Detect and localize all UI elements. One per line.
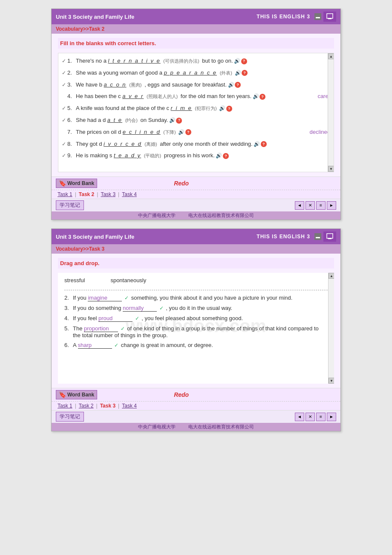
- check-3: ✓: [62, 81, 66, 89]
- redo-button-1[interactable]: Redo: [174, 180, 189, 187]
- tab-task4-2[interactable]: Task 4: [120, 403, 138, 409]
- minimize-button-2[interactable]: ▬: [314, 233, 321, 240]
- help-icon-3[interactable]: ?: [235, 82, 241, 88]
- check-icon-2: ✓: [124, 295, 129, 301]
- tab-task1-1[interactable]: Task 1: [56, 191, 74, 197]
- table-row: ✓ 7. The prices on oil d e c l i n e d (…: [62, 128, 330, 137]
- check-5: ✓: [62, 104, 66, 113]
- item-num-1: 1.: [67, 57, 76, 66]
- drag-blank-6[interactable]: sharp: [78, 342, 112, 349]
- blank-3: a c o n: [104, 81, 127, 88]
- task-label-2: Task 3: [89, 246, 104, 252]
- check-1: ✓: [62, 57, 66, 65]
- blank-2: p p e a r a n c e: [164, 69, 217, 76]
- tab-task2-2[interactable]: Task 2: [77, 403, 95, 409]
- drag-sentence-4: 4. If you feel proud ✓ , you feel please…: [64, 315, 328, 322]
- help-icon-2[interactable]: ?: [242, 70, 248, 76]
- drag-blank-2[interactable]: imagine: [88, 295, 122, 301]
- svg-rect-2: [327, 234, 333, 238]
- panel-icon-2: [323, 231, 336, 242]
- nav-forward-2[interactable]: ►: [327, 413, 336, 421]
- panel-2-bottom-bar: 中央广播电视大学 电大在线远程教育技术有限公司: [52, 423, 340, 431]
- table-row: ✓ 9. He is making s t e a d y (平稳的) prog…: [62, 151, 330, 160]
- item-num-6: 6.: [67, 116, 76, 125]
- help-icon-7[interactable]: ?: [185, 129, 191, 135]
- word-bank-icon-1: 🔖: [59, 180, 66, 187]
- nav-close-2[interactable]: ✕: [306, 413, 315, 421]
- word-bank-button-2[interactable]: 🔖 Word Bank: [56, 390, 97, 399]
- check-icon-3: ✓: [159, 305, 164, 311]
- tab-task3-1[interactable]: Task 3: [99, 191, 117, 197]
- hint-9: (平稳的): [144, 153, 161, 158]
- svg-rect-1: [328, 18, 331, 19]
- word-bank-icon-2: 🔖: [59, 391, 66, 398]
- help-icon-8[interactable]: ?: [261, 141, 267, 147]
- nav-back-1[interactable]: ◄: [295, 201, 304, 210]
- task-tabs-2: Task 1 | Task 2 | Task 3 | Task 4: [52, 401, 340, 410]
- item-num-5: 5.: [67, 104, 76, 113]
- nav-close-1[interactable]: ✕: [306, 201, 315, 210]
- tab-task3-2[interactable]: Task 3: [98, 403, 117, 409]
- panel-1-header-right: THIS IS ENGLISH 3: [257, 14, 310, 20]
- help-icon-5[interactable]: ?: [226, 106, 232, 112]
- item-num-9: 9.: [67, 151, 76, 160]
- drag-sentence-2: 2. If you imagine ✓ something, you think…: [64, 295, 328, 301]
- drag-blank-3[interactable]: normally: [123, 305, 157, 312]
- notes-button-2[interactable]: 学习笔记: [56, 412, 84, 422]
- check-6: ✓: [62, 116, 66, 124]
- speaker-icon-1[interactable]: 🔊: [234, 58, 240, 64]
- nav-menu-1[interactable]: ≡: [316, 201, 326, 210]
- drag-words-row: stressful spontaneously: [64, 277, 328, 283]
- table-row: ✓ 4. He has been the c a v e r (照顾老人的人) …: [62, 92, 330, 101]
- panel-1-toolbar: 🔖 Word Bank Redo: [52, 176, 340, 190]
- nav-back-2[interactable]: ◄: [295, 413, 304, 421]
- instruction-1: Fill in the blanks with correct letters.: [58, 38, 334, 49]
- speaker-icon-4[interactable]: 🔊: [253, 94, 259, 100]
- drag-word-stressful[interactable]: stressful: [64, 277, 85, 283]
- panel-1-footer: 学习笔记 ◄ ✕ ≡ ►: [52, 199, 340, 211]
- drag-word-spontaneously[interactable]: spontaneously: [110, 277, 146, 283]
- help-icon-9[interactable]: ?: [223, 153, 229, 159]
- help-icon-6[interactable]: ?: [176, 118, 182, 124]
- speaker-icon-7[interactable]: 🔊: [179, 129, 184, 135]
- nav-menu-2[interactable]: ≡: [316, 413, 326, 421]
- tab-task4-1[interactable]: Task 4: [120, 191, 138, 197]
- drag-blank-4[interactable]: proud: [98, 315, 133, 322]
- bottom-right-2: 电大在线远程教育技术有限公司: [188, 424, 254, 430]
- redo-button-2[interactable]: Redo: [174, 391, 189, 398]
- svg-rect-3: [328, 238, 331, 239]
- item-text-6: She had a d a t e (约会) on Sunday.🔊?: [76, 116, 330, 125]
- minimize-button-1[interactable]: ▬: [314, 13, 321, 20]
- nav-buttons-1: ◄ ✕ ≡ ►: [295, 201, 336, 210]
- speaker-icon-8[interactable]: 🔊: [254, 141, 260, 147]
- word-bank-button-1[interactable]: 🔖 Word Bank: [56, 179, 97, 188]
- speaker-icon-6[interactable]: 🔊: [169, 118, 175, 124]
- drag-blank-5[interactable]: proportion: [84, 325, 118, 332]
- scroll-down-1[interactable]: ▼: [328, 166, 334, 172]
- scroll-up-2[interactable]: ▲: [329, 273, 334, 279]
- tab-task2-1[interactable]: Task 2: [77, 191, 96, 197]
- help-icon-1[interactable]: ?: [241, 58, 247, 64]
- scrollbar-1: ▲ ▼: [328, 53, 334, 172]
- word-bank-label-1: Word Bank: [67, 180, 94, 186]
- item-text-8: They got d i v o r c e d (离婚) after only…: [76, 140, 330, 149]
- divider: [64, 290, 328, 290]
- blank-6: a t e: [107, 117, 122, 123]
- hint-2: (外表): [220, 70, 232, 75]
- nav-forward-1[interactable]: ►: [327, 201, 336, 210]
- vocab-label-2: Vocabulary>>: [56, 246, 89, 252]
- table-row: ✓ 3. We have b a c o n (熏肉) , eggs and s…: [62, 81, 330, 90]
- check-2: ✓: [62, 69, 66, 77]
- table-row: ✓ 2. She was a young woman of good a p p…: [62, 69, 330, 78]
- help-icon-4[interactable]: ?: [259, 94, 265, 100]
- notes-button-1[interactable]: 学习笔记: [56, 200, 84, 210]
- speaker-icon-5[interactable]: 🔊: [219, 106, 225, 112]
- speaker-icon-9[interactable]: 🔊: [216, 153, 222, 159]
- scroll-down-2[interactable]: ▼: [329, 378, 334, 384]
- speaker-icon-3[interactable]: 🔊: [228, 82, 234, 88]
- scroll-up-1[interactable]: ▲: [328, 53, 334, 59]
- blank-4: a v e r: [122, 93, 144, 99]
- task-tabs-1: Task 1 | Task 2 | Task 3 | Task 4: [52, 190, 340, 199]
- speaker-icon-2[interactable]: 🔊: [235, 70, 241, 76]
- tab-task1-2[interactable]: Task 1: [56, 403, 74, 409]
